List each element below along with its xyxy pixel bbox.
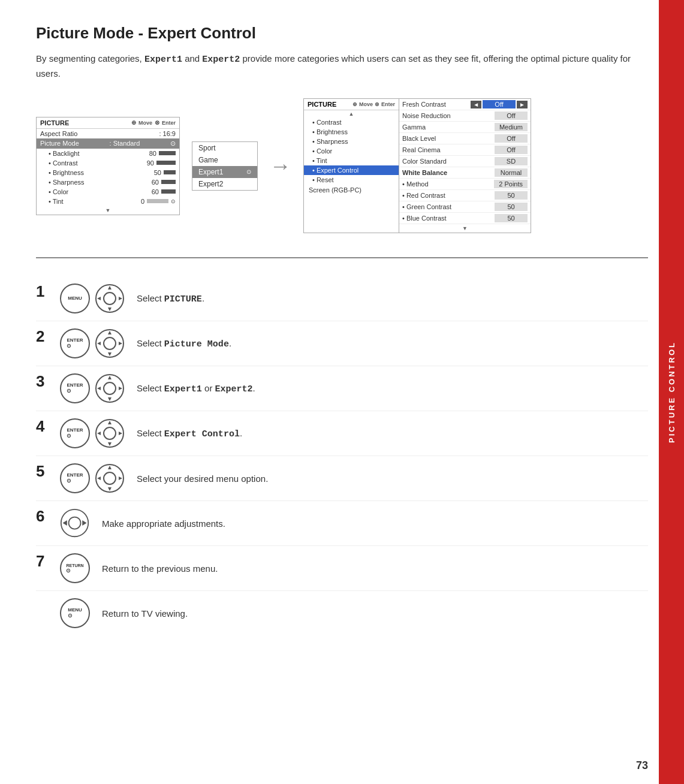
green-contrast-row: • Green Contrast 50 bbox=[399, 201, 531, 213]
svg-marker-10 bbox=[97, 342, 101, 345]
nav-wheel-1 bbox=[95, 284, 125, 313]
step-8: MENU ⊙ Return to TV viewing. bbox=[36, 591, 648, 635]
step-2-icons: ENTER ⊙ bbox=[60, 328, 125, 358]
menu-button-2-icon: MENU ⊙ bbox=[60, 598, 90, 628]
section-divider bbox=[36, 257, 648, 258]
gamma-val: Medium bbox=[495, 123, 528, 131]
pl-reset: • Reset bbox=[304, 175, 399, 185]
svg-marker-28 bbox=[97, 477, 101, 480]
right-picture-list: PICTURE ⊕Move ⊗Enter ▲ • Contrast • Brig… bbox=[303, 98, 399, 233]
step-3-icons: ENTER ⊙ bbox=[60, 373, 125, 403]
white-balance-val: Normal bbox=[495, 168, 528, 177]
step-1-number: 1 bbox=[36, 284, 48, 299]
expert2-ref: Expert2 bbox=[202, 55, 240, 65]
color-standard-row: Color Standard SD bbox=[399, 156, 531, 167]
menu-button-icon: MENU bbox=[60, 284, 90, 313]
expert1-ref: Expert1 bbox=[144, 55, 182, 65]
svg-marker-5 bbox=[119, 297, 122, 300]
blue-contrast-row: • Blue Contrast 50 bbox=[399, 213, 531, 224]
expert-panel: Fresh Contrast ◄ Off ► Noise Reduction O… bbox=[399, 98, 531, 233]
svg-marker-33 bbox=[82, 520, 86, 526]
side-bar: PICTURE CONTROL bbox=[659, 0, 684, 784]
step-3: 3 ENTER ⊙ Select Expert1 or E bbox=[36, 366, 648, 411]
step-7: 7 RETURN ⊙ Return to the previous menu. bbox=[36, 546, 648, 591]
sharpness-row: • Sharpness 60 bbox=[37, 177, 179, 187]
red-contrast-row: • Red Contrast 50 bbox=[399, 190, 531, 201]
step-3-bold2: Expert2 bbox=[215, 384, 253, 394]
step-5-text: Select your desired menu option. bbox=[137, 472, 268, 485]
svg-point-7 bbox=[104, 337, 116, 349]
screen-label: Screen (RGB-PC) bbox=[304, 185, 399, 195]
svg-marker-15 bbox=[108, 397, 112, 401]
left-menu-move-enter: ⊕ Move ⊗ Enter bbox=[131, 119, 176, 126]
svg-point-13 bbox=[104, 382, 116, 394]
pl-sharpness: • Sharpness bbox=[304, 137, 399, 146]
mode-select-box: Sport Game Expert1 ⊙ Expert2 bbox=[192, 141, 258, 191]
expert2-item: Expert2 bbox=[192, 178, 257, 190]
step-2-bold: Picture Mode bbox=[164, 339, 229, 349]
color-row: • Color 60 bbox=[37, 187, 179, 197]
step-3-text: Select Expert1 or Expert2. bbox=[137, 382, 255, 396]
red-contrast-val: 50 bbox=[495, 191, 528, 200]
step-2-number: 2 bbox=[36, 328, 48, 344]
white-balance-row: White Balance Normal bbox=[399, 167, 531, 179]
enter-button-1-icon: ENTER ⊙ bbox=[60, 328, 90, 358]
svg-marker-26 bbox=[108, 466, 112, 469]
svg-marker-14 bbox=[108, 376, 112, 379]
lr-nav-wheel bbox=[60, 508, 90, 538]
step-6: 6 Make appropriate adjustments. bbox=[36, 501, 648, 546]
gamma-row: Gamma Medium bbox=[399, 122, 531, 133]
step-1-text: Select PICTURE. bbox=[137, 292, 204, 306]
pl-color: • Color bbox=[304, 146, 399, 156]
black-level-val: Off bbox=[495, 134, 528, 143]
brightness-row: • Brightness 50 bbox=[37, 168, 179, 177]
svg-point-31 bbox=[69, 517, 81, 529]
expert1-item: Expert1 ⊙ bbox=[192, 166, 257, 178]
backlight-row: • Backlight 80 bbox=[37, 149, 179, 158]
step-7-text: Return to the previous menu. bbox=[102, 562, 218, 575]
svg-marker-29 bbox=[119, 477, 122, 480]
blue-contrast-val: 50 bbox=[495, 214, 528, 222]
svg-marker-2 bbox=[108, 286, 112, 290]
left-menu-title: PICTURE bbox=[40, 119, 69, 126]
noise-reduction-row: Noise Reduction Off bbox=[399, 110, 531, 122]
fresh-contrast-row: Fresh Contrast ◄ Off ► bbox=[399, 99, 531, 110]
real-cinema-row: Real Cinema Off bbox=[399, 144, 531, 156]
right-panel: PICTURE ⊕Move ⊗Enter ▲ • Contrast • Brig… bbox=[303, 98, 531, 233]
fresh-contrast-left: ◄ bbox=[471, 101, 481, 108]
color-standard-val: SD bbox=[495, 157, 528, 165]
ep-scroll-down: ▼ bbox=[399, 224, 531, 233]
aspect-ratio-row: Aspect Ratio : 16:9 bbox=[37, 129, 179, 138]
right-menu-title: PICTURE bbox=[308, 101, 336, 108]
sport-item: Sport bbox=[192, 142, 257, 154]
svg-marker-17 bbox=[119, 387, 122, 390]
svg-marker-8 bbox=[108, 331, 112, 334]
step-1-icons: MENU bbox=[60, 284, 125, 313]
svg-point-19 bbox=[104, 427, 116, 439]
nav-wheel-4 bbox=[95, 418, 125, 448]
svg-marker-11 bbox=[119, 342, 122, 345]
return-button-icon: RETURN ⊙ bbox=[60, 553, 90, 583]
step-7-number: 7 bbox=[36, 553, 48, 569]
fresh-contrast-right: ► bbox=[517, 101, 528, 108]
step-4-text: Select Expert Control. bbox=[137, 427, 242, 441]
step-2-text: Select Picture Mode. bbox=[137, 337, 231, 351]
pl-tint: • Tint bbox=[304, 156, 399, 165]
enter-button-2-icon: ENTER ⊙ bbox=[60, 373, 90, 403]
step-4: 4 ENTER ⊙ Select Expert Contr bbox=[36, 411, 648, 456]
step-3-number: 3 bbox=[36, 373, 48, 389]
contrast-row: • Contrast 90 bbox=[37, 158, 179, 168]
picture-mode-value: : Standard bbox=[110, 140, 140, 147]
step-1: 1 MENU Select PICTURE. bbox=[36, 276, 648, 321]
real-cinema-val: Off bbox=[495, 146, 528, 154]
game-item: Game bbox=[192, 154, 257, 166]
green-contrast-val: 50 bbox=[495, 203, 528, 211]
step-3-bold1: Expert1 bbox=[164, 384, 202, 394]
svg-marker-4 bbox=[97, 297, 101, 300]
step-5-icons: ENTER ⊙ bbox=[60, 463, 125, 493]
diagrams-row: PICTURE ⊕ Move ⊗ Enter Aspect Ratio : 16… bbox=[36, 98, 648, 233]
method-row: • Method 2 Points bbox=[399, 179, 531, 190]
step-6-icons bbox=[60, 508, 90, 538]
svg-marker-16 bbox=[97, 387, 101, 390]
step-5: 5 ENTER ⊙ Select your desired bbox=[36, 456, 648, 501]
